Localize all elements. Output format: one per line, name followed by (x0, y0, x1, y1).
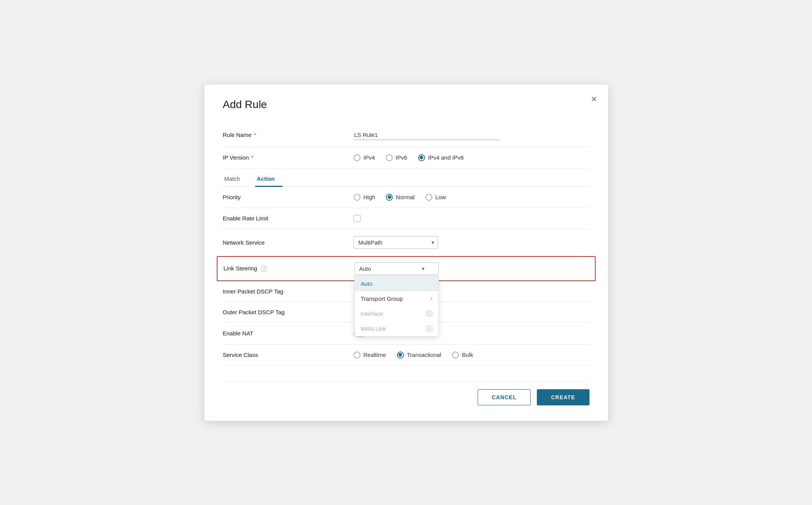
network-service-select-wrapper: MultiPath Direct ▾ (354, 236, 438, 249)
ip-version-ipv4-ipv6[interactable]: IPv4 and IPv6 (418, 154, 464, 161)
rule-name-label: Rule Name * (223, 132, 354, 138)
priority-label: Priority (223, 194, 354, 200)
radio-low (425, 194, 432, 201)
link-steering-select-wrapper: Auto ▾ (354, 262, 439, 275)
rule-name-row: Rule Name * (223, 123, 589, 147)
ip-version-row: IP Version * IPv4 IPv6 IPv4 and IPv6 (223, 147, 589, 168)
priority-control: High Normal Low (354, 194, 589, 201)
enable-rate-limit-label: Enable Rate Limit (223, 215, 354, 222)
radio-transactional (397, 352, 404, 358)
network-service-control: MultiPath Direct ▾ (354, 236, 589, 249)
priority-radio-group: High Normal Low (354, 194, 446, 201)
enable-rate-limit-checkbox[interactable] (354, 215, 360, 222)
priority-high[interactable]: High (354, 194, 375, 201)
dialog-footer: CANCEL CREATE (223, 381, 589, 405)
link-steering-chevron-icon: ▾ (422, 266, 425, 272)
dropdown-item-interface: Interface i (355, 306, 438, 321)
create-button[interactable]: CREATE (537, 389, 589, 405)
priority-row: Priority High Normal Low (223, 187, 589, 208)
priority-normal[interactable]: Normal (386, 194, 414, 201)
tab-match[interactable]: Match (223, 172, 248, 187)
tab-action[interactable]: Action (255, 172, 282, 187)
dialog-title: Add Rule (223, 98, 589, 111)
rule-name-input[interactable] (354, 130, 500, 140)
priority-low[interactable]: Low (425, 194, 446, 201)
network-service-select[interactable]: MultiPath Direct (354, 236, 438, 249)
service-class-realtime[interactable]: Realtime (354, 352, 386, 358)
enable-nat-label: Enable NAT (223, 330, 354, 337)
dropdown-item-auto[interactable]: Auto (355, 276, 438, 291)
ip-version-ipv4[interactable]: IPv4 (354, 154, 375, 161)
link-steering-row: Link Steering i Auto ▾ Auto Transport (217, 256, 596, 281)
network-service-row: Network Service MultiPath Direct ▾ (223, 229, 589, 256)
cancel-button[interactable]: CANCEL (478, 389, 531, 405)
radio-realtime (354, 352, 360, 358)
close-button[interactable]: × (591, 94, 597, 104)
service-class-row: Service Class Realtime Transactional Bul… (223, 345, 589, 366)
radio-ipv4-ipv6 (418, 154, 425, 161)
add-rule-dialog: Add Rule × Rule Name * IP Version * IPv4… (204, 85, 608, 421)
radio-ipv4 (354, 154, 360, 161)
link-steering-info-icon[interactable]: i (261, 266, 267, 272)
service-class-bulk[interactable]: Bulk (452, 352, 473, 358)
transport-group-chevron-icon: › (431, 296, 432, 301)
ip-version-ipv6[interactable]: IPv6 (386, 154, 407, 161)
link-steering-dropdown-container: Auto ▾ Auto Transport Group › Interface (354, 262, 439, 275)
ip-version-label: IP Version * (223, 154, 354, 161)
ip-version-control: IPv4 IPv6 IPv4 and IPv6 (354, 154, 589, 161)
service-class-label: Service Class (223, 352, 354, 358)
enable-rate-limit-row: Enable Rate Limit (223, 208, 589, 229)
tabs: Match Action (223, 172, 589, 187)
wan-link-info-icon: i (426, 325, 432, 332)
ip-version-radio-group: IPv4 IPv6 IPv4 and IPv6 (354, 154, 464, 161)
radio-normal (386, 194, 393, 201)
radio-bulk (452, 352, 459, 358)
link-steering-control: Auto ▾ Auto Transport Group › Interface (354, 262, 589, 275)
radio-ipv6 (386, 154, 393, 161)
dropdown-item-transport-group[interactable]: Transport Group › (355, 291, 438, 306)
enable-rate-limit-control (354, 215, 589, 222)
outer-packet-dscp-label: Outer Packet DSCP Tag (223, 309, 354, 315)
service-class-radio-group: Realtime Transactional Bulk (354, 352, 473, 358)
interface-info-icon: i (426, 310, 432, 317)
service-class-control: Realtime Transactional Bulk (354, 352, 589, 358)
link-steering-select[interactable]: Auto ▾ (354, 262, 439, 275)
link-steering-dropdown-menu: Auto Transport Group › Interface i WAN L… (354, 276, 439, 337)
rule-name-control (354, 130, 589, 140)
link-steering-label: Link Steering i (224, 265, 354, 272)
inner-packet-dscp-label: Inner Packet DSCP Tag (223, 288, 354, 295)
service-class-transactional[interactable]: Transactional (397, 352, 442, 358)
radio-high (354, 194, 360, 201)
network-service-label: Network Service (223, 239, 354, 246)
dropdown-item-wan-link: WAN Link i (355, 321, 438, 336)
